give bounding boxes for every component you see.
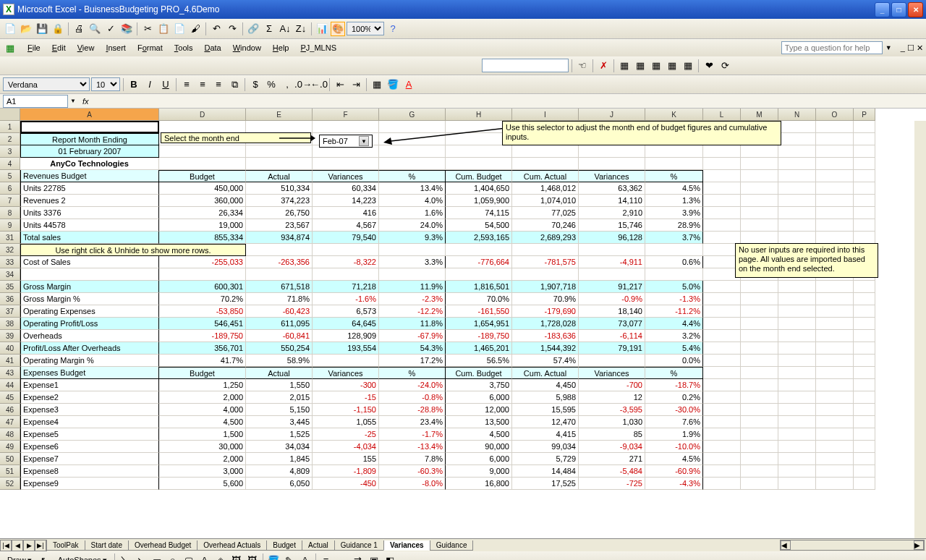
tb-icon-6[interactable]: ▦	[665, 59, 679, 73]
data-cell[interactable]: 41.7%	[159, 355, 246, 367]
data-cell[interactable]: -4.3%	[645, 478, 703, 490]
data-cell[interactable]: 26,750	[246, 207, 313, 219]
data-cell[interactable]: 60,334	[313, 182, 379, 195]
cell[interactable]	[703, 428, 741, 441]
row-header-50[interactable]: 50	[0, 453, 20, 465]
cell[interactable]	[854, 478, 875, 490]
cell[interactable]	[854, 379, 875, 391]
horizontal-scrollbar[interactable]: ◀ ▶	[780, 540, 925, 551]
sort-asc-icon[interactable]: A↓	[278, 22, 292, 36]
data-cell[interactable]: -11.2%	[645, 305, 703, 318]
cell[interactable]	[778, 182, 816, 195]
menu-window[interactable]: Window	[227, 41, 267, 54]
cell[interactable]	[741, 355, 778, 367]
data-cell[interactable]: 54.3%	[379, 342, 446, 355]
cell[interactable]	[703, 355, 741, 367]
cell[interactable]	[703, 478, 741, 490]
data-cell[interactable]: -13.4%	[379, 441, 446, 453]
cell[interactable]	[854, 305, 875, 318]
data-cell[interactable]: 54,500	[446, 219, 512, 232]
data-cell[interactable]: 1,465,201	[446, 342, 512, 355]
data-cell[interactable]: 24.0%	[379, 219, 446, 232]
cell[interactable]	[246, 158, 313, 170]
cell[interactable]	[741, 170, 778, 182]
cell[interactable]	[741, 195, 778, 207]
data-cell[interactable]: 77,025	[512, 207, 579, 219]
data-cell[interactable]: -67.9%	[379, 330, 446, 342]
cell[interactable]	[778, 355, 816, 367]
data-cell[interactable]: 1.6%	[379, 207, 446, 219]
data-cell[interactable]: -12.2%	[379, 305, 446, 318]
col-header-Budget[interactable]: Budget	[159, 170, 246, 182]
cell[interactable]	[703, 391, 741, 404]
cell[interactable]	[313, 244, 379, 256]
row-header-41[interactable]: 41	[0, 355, 20, 367]
data-cell[interactable]: 91,217	[579, 281, 645, 293]
col-header-K[interactable]: K	[645, 109, 703, 121]
data-cell[interactable]: -1.7%	[379, 428, 446, 441]
row-label[interactable]: Expense9	[20, 478, 159, 490]
tb-icon-5[interactable]: ▦	[649, 59, 663, 73]
data-cell[interactable]: -781,575	[512, 256, 579, 268]
data-cell[interactable]: 2,000	[159, 391, 246, 404]
data-cell[interactable]: 1,544,392	[512, 342, 579, 355]
cell[interactable]	[778, 428, 816, 441]
fill-color-draw-icon[interactable]: 🪣	[266, 553, 281, 560]
data-cell[interactable]: 1,468,012	[512, 182, 579, 195]
row-label[interactable]: Expenses Budget	[20, 367, 159, 379]
row-header-6[interactable]: 6	[0, 182, 20, 195]
row-header-34[interactable]: 34	[0, 268, 20, 281]
cell[interactable]	[703, 305, 741, 318]
data-cell[interactable]: 58.9%	[246, 355, 313, 367]
data-cell[interactable]: 23,567	[246, 219, 313, 232]
cell[interactable]	[703, 342, 741, 355]
cell[interactable]	[854, 232, 875, 244]
row-header-43[interactable]: 43	[0, 367, 20, 379]
data-cell[interactable]: 15,595	[512, 404, 579, 416]
cell[interactable]	[741, 219, 778, 232]
data-cell[interactable]: 5.4%	[645, 342, 703, 355]
data-cell[interactable]: 30,000	[159, 441, 246, 453]
cell[interactable]	[741, 182, 778, 195]
data-cell[interactable]: 26,334	[159, 207, 246, 219]
data-cell[interactable]: 128,909	[313, 330, 379, 342]
row-header-37[interactable]: 37	[0, 305, 20, 318]
data-cell[interactable]: 5,150	[246, 404, 313, 416]
data-cell[interactable]: 1,250	[159, 379, 246, 391]
autoshapes-menu[interactable]: AutoShapes ▾	[54, 554, 111, 561]
copy-icon[interactable]: 📋	[156, 22, 171, 36]
row-header-48[interactable]: 48	[0, 428, 20, 441]
data-cell[interactable]: 6,050	[246, 478, 313, 490]
close-button[interactable]: ✕	[908, 2, 923, 17]
cell[interactable]	[703, 441, 741, 453]
font-color-icon[interactable]: A	[402, 77, 416, 92]
data-cell[interactable]: 17.2%	[379, 355, 446, 367]
print-icon[interactable]: 🖨	[72, 22, 86, 36]
menu-view[interactable]: View	[72, 41, 101, 54]
data-cell[interactable]: 611,095	[246, 318, 313, 330]
data-cell[interactable]: 70,246	[512, 219, 579, 232]
report-label[interactable]: Report Month Ending	[20, 133, 159, 145]
data-cell[interactable]: 1,055	[313, 416, 379, 428]
data-cell[interactable]: 1,816,501	[446, 281, 512, 293]
row-header-38[interactable]: 38	[0, 318, 20, 330]
tb-icon-8[interactable]: ❤	[702, 59, 716, 73]
underline-icon[interactable]: U	[158, 77, 173, 92]
row-header-8[interactable]: 8	[0, 207, 20, 219]
cell[interactable]	[854, 158, 875, 170]
row-label[interactable]: Operating Expenses	[20, 305, 159, 318]
col-header-E[interactable]: E	[246, 109, 313, 121]
data-cell[interactable]: 0.0%	[645, 355, 703, 367]
data-cell[interactable]: -189,750	[446, 330, 512, 342]
cell[interactable]	[854, 207, 875, 219]
cell[interactable]	[703, 281, 741, 293]
data-cell[interactable]: 546,451	[159, 318, 246, 330]
menu-insert[interactable]: Insert	[100, 41, 132, 54]
data-cell[interactable]: 1,845	[246, 453, 313, 465]
spreadsheet-grid[interactable]: ADEFGHIJKLMNOP 12Report Month Ending301 …	[0, 109, 926, 538]
tb-icon-7[interactable]: ▦	[681, 59, 695, 73]
cell[interactable]	[703, 318, 741, 330]
data-cell[interactable]: 3,000	[159, 465, 246, 478]
data-cell[interactable]: 271	[579, 453, 645, 465]
row-label[interactable]: Expense8	[20, 465, 159, 478]
